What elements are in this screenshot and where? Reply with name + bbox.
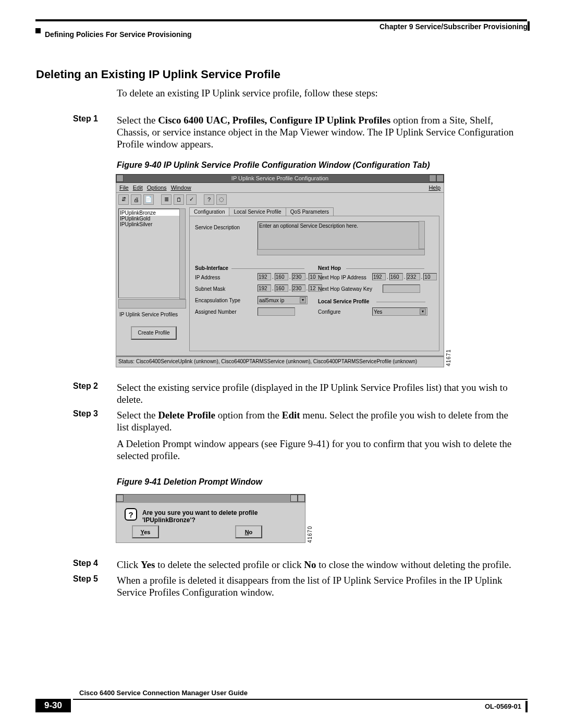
step5-body: When a profile is deleted it disappears …	[117, 574, 521, 598]
profiles-list-label: IP Uplink Service Profiles	[119, 312, 178, 317]
assigned-number-label: Assigned Number	[195, 309, 236, 315]
dialog-titlebar[interactable]	[116, 494, 305, 503]
step4-d: No	[304, 559, 316, 570]
next-hop-group: Next Hop	[318, 265, 341, 271]
service-description-label: Service Description	[195, 225, 240, 230]
yes-button[interactable]: Yes	[132, 525, 159, 538]
configure-label: Configure	[318, 309, 340, 315]
subnet-mask-label: Subnet Mask	[195, 286, 225, 292]
tab-configuration[interactable]: Configuration	[189, 207, 229, 216]
ip-address-field[interactable]: ...	[258, 273, 322, 280]
ip-oct-3[interactable]	[292, 273, 305, 280]
dropdown-arrow-icon[interactable]: ▾	[300, 297, 306, 303]
menubar: File Edit Options Window Help	[116, 183, 444, 193]
minimize-icon[interactable]	[429, 175, 436, 182]
nh-oct-1[interactable]	[372, 273, 386, 280]
service-description-value: Enter an optional Service Description he…	[259, 223, 358, 229]
system-menu-icon[interactable]	[116, 175, 124, 182]
header-left-marker	[35, 28, 41, 33]
toolbar-btn-1[interactable]: ⇵	[118, 194, 129, 205]
toolbar-help-icon[interactable]: ?	[204, 194, 214, 205]
figure-id: 41670	[307, 526, 313, 543]
step3-c: option from the	[215, 410, 282, 421]
ip-oct-2[interactable]	[275, 273, 288, 280]
configure-value: Yes	[374, 309, 382, 315]
nh-oct-4[interactable]	[423, 273, 437, 280]
local-service-profile-group: Local Service Profile	[318, 299, 369, 304]
next-hop-ip-field[interactable]: ...	[372, 273, 437, 280]
question-icon: ?	[125, 508, 137, 521]
figure-9-40-caption: Figure 9-40 IP Uplink Service Profile Co…	[117, 161, 521, 170]
step1-b: Cisco 6400 UAC, Profiles, Configure IP U…	[158, 115, 390, 126]
mask-oct-2[interactable]	[275, 285, 288, 292]
step3-label: Step 3	[73, 409, 98, 418]
profile-item-bronze[interactable]: IPUplinkBronze	[120, 210, 183, 216]
profile-item-silver[interactable]: IPUplinkSilver	[120, 221, 152, 227]
step4-b: Yes	[141, 559, 155, 570]
step5-label: Step 5	[73, 574, 98, 584]
no-button[interactable]: No	[235, 525, 262, 538]
sub-interface-group: Sub-Interface	[195, 265, 228, 271]
step3-paragraph2: A Deletion Prompt window appears (see Fi…	[117, 438, 521, 462]
service-description-field[interactable]: Enter an optional Service Description he…	[258, 221, 424, 250]
profiles-list[interactable]: IPUplinkBronze IPUplinkGold IPUplinkSilv…	[118, 208, 185, 298]
window-title: IP Uplink Service Profile Configuration	[116, 175, 444, 182]
step1-label: Step 1	[73, 114, 98, 124]
intro-text: To delete an existing IP Uplink service …	[117, 88, 521, 99]
minimize-icon[interactable]	[290, 495, 298, 502]
footer-rule	[73, 699, 528, 700]
tab-qos-parameters[interactable]: QoS Parameters	[286, 207, 334, 216]
profile-item-gold[interactable]: IPUplinkGold	[120, 216, 150, 221]
encapsulation-type-combo[interactable]: aal5mux ip▾	[258, 296, 308, 304]
menu-edit[interactable]: Edit	[133, 184, 143, 191]
profiles-hscroll[interactable]	[118, 299, 186, 309]
footer-right-bar	[525, 701, 528, 712]
desc-hscroll[interactable]	[257, 249, 425, 255]
header-chapter: Chapter 9 Service/Subscriber Provisionin…	[380, 22, 528, 31]
footer-book-title: Cisco 6400 Service Connection Manager Us…	[79, 689, 248, 697]
tab-local-service-profile[interactable]: Local Service Profile	[229, 207, 286, 216]
profiles-scrollbar[interactable]	[179, 208, 186, 299]
toolbar-btn-4[interactable]: ≣	[161, 194, 172, 205]
assigned-number-field[interactable]	[258, 307, 295, 316]
header-rule	[35, 19, 527, 21]
menu-file[interactable]: File	[119, 184, 129, 191]
menu-help[interactable]: Help	[429, 184, 440, 191]
step4-body: Click Yes to delete the selected profile…	[117, 559, 521, 571]
mask-oct-3[interactable]	[292, 285, 305, 292]
toolbar-btn-2[interactable]: 🖨	[131, 194, 141, 205]
menu-options[interactable]: Options	[147, 184, 167, 191]
subnet-mask-field[interactable]: ...	[258, 285, 322, 292]
toolbar-btn-5[interactable]: 🗒	[174, 194, 184, 205]
step4-c: to delete the selected profile or click	[155, 559, 304, 570]
next-hop-key-label: Next Hop Gateway Key	[318, 286, 372, 292]
toolbar-btn-3[interactable]: 📄	[143, 194, 154, 205]
ip-address-label: IP Address	[195, 275, 220, 280]
maximize-icon[interactable]	[436, 175, 444, 182]
step2-body: Select the existing service profile (dis…	[117, 381, 521, 405]
next-hop-ip-label: Next Hop IP Address	[318, 275, 366, 280]
encapsulation-type-label: Encapsulation Type	[195, 298, 240, 303]
maximize-icon[interactable]	[298, 495, 305, 502]
configure-combo[interactable]: Yes▾	[372, 307, 427, 316]
desc-vscroll[interactable]	[419, 221, 425, 249]
figure-id: 41671	[446, 349, 451, 366]
next-hop-key-field[interactable]	[383, 285, 420, 293]
menu-window[interactable]: Window	[171, 184, 191, 191]
window-titlebar[interactable]: IP Uplink Service Profile Configuration	[116, 174, 444, 183]
nh-oct-2[interactable]	[389, 273, 403, 280]
step1-body: Select the Cisco 6400 UAC, Profiles, Con…	[117, 114, 521, 151]
toolbar-btn-6[interactable]: ✓	[186, 194, 197, 205]
create-profile-button[interactable]: Create Profile	[131, 326, 177, 340]
header-right-bar	[528, 21, 530, 31]
toolbar: ⇵ 🖨 📄 ≣ 🗒 ✓ ? ◌	[116, 193, 444, 206]
step3-b: Delete Profile	[158, 410, 215, 421]
mask-oct-1[interactable]	[258, 285, 271, 292]
config-panel: Service Description Enter an optional Se…	[189, 216, 439, 351]
dropdown-arrow-icon[interactable]: ▾	[420, 309, 426, 315]
nh-oct-3[interactable]	[407, 273, 420, 280]
toolbar-refresh-icon[interactable]: ◌	[216, 194, 227, 205]
encapsulation-type-value: aal5mux ip	[259, 298, 284, 303]
system-menu-icon[interactable]	[116, 495, 124, 502]
ip-oct-1[interactable]	[258, 273, 271, 280]
